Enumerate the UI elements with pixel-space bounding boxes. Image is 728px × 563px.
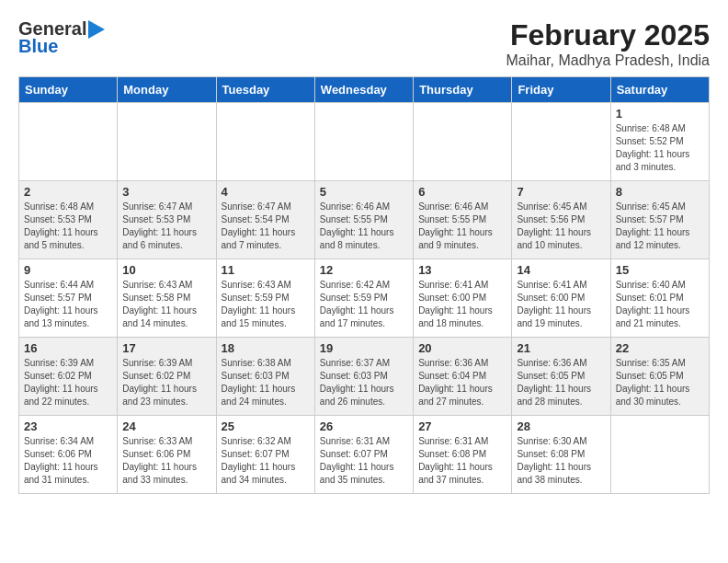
- day-number: 9: [24, 263, 112, 277]
- day-number: 8: [616, 185, 704, 199]
- day-number: 27: [418, 419, 506, 433]
- logo: General Blue: [18, 18, 105, 57]
- day-number: 5: [320, 185, 408, 199]
- weekday-header-sunday: Sunday: [19, 77, 118, 103]
- day-number: 15: [616, 263, 704, 277]
- calendar-cell: 18Sunrise: 6:38 AM Sunset: 6:03 PM Dayli…: [216, 338, 314, 416]
- calendar-cell: 22Sunrise: 6:35 AM Sunset: 6:05 PM Dayli…: [610, 338, 709, 416]
- calendar-cell: 26Sunrise: 6:31 AM Sunset: 6:07 PM Dayli…: [314, 416, 413, 494]
- calendar-cell: 25Sunrise: 6:32 AM Sunset: 6:07 PM Dayli…: [216, 416, 314, 494]
- calendar-cell: 5Sunrise: 6:46 AM Sunset: 5:55 PM Daylig…: [314, 181, 413, 259]
- weekday-header-wednesday: Wednesday: [314, 77, 413, 103]
- calendar-cell: 13Sunrise: 6:41 AM Sunset: 6:00 PM Dayli…: [414, 259, 512, 338]
- calendar-cell: 1Sunrise: 6:48 AM Sunset: 5:52 PM Daylig…: [610, 103, 709, 181]
- day-number: 12: [320, 263, 408, 277]
- day-info: Sunrise: 6:32 AM Sunset: 6:07 PM Dayligh…: [222, 435, 310, 487]
- day-info: Sunrise: 6:43 AM Sunset: 5:58 PM Dayligh…: [122, 279, 210, 330]
- day-info: Sunrise: 6:35 AM Sunset: 6:05 PM Dayligh…: [616, 357, 704, 408]
- day-info: Sunrise: 6:31 AM Sunset: 6:07 PM Dayligh…: [320, 435, 408, 487]
- day-number: 3: [122, 185, 210, 199]
- calendar-cell: 16Sunrise: 6:39 AM Sunset: 6:02 PM Dayli…: [19, 338, 118, 416]
- day-info: Sunrise: 6:36 AM Sunset: 6:05 PM Dayligh…: [517, 357, 605, 408]
- calendar-cell: 24Sunrise: 6:33 AM Sunset: 6:06 PM Dayli…: [118, 416, 216, 494]
- calendar-week-row: 9Sunrise: 6:44 AM Sunset: 5:57 PM Daylig…: [19, 259, 710, 338]
- calendar-cell: 23Sunrise: 6:34 AM Sunset: 6:06 PM Dayli…: [19, 416, 118, 494]
- calendar-cell: 6Sunrise: 6:46 AM Sunset: 5:55 PM Daylig…: [414, 181, 512, 259]
- calendar-week-row: 16Sunrise: 6:39 AM Sunset: 6:02 PM Dayli…: [19, 338, 710, 416]
- calendar-cell: 12Sunrise: 6:42 AM Sunset: 5:59 PM Dayli…: [314, 259, 413, 338]
- day-info: Sunrise: 6:37 AM Sunset: 6:03 PM Dayligh…: [320, 357, 408, 408]
- day-info: Sunrise: 6:46 AM Sunset: 5:55 PM Dayligh…: [418, 201, 506, 252]
- calendar-cell: [610, 416, 709, 494]
- calendar-cell: 28Sunrise: 6:30 AM Sunset: 6:08 PM Dayli…: [512, 416, 610, 494]
- calendar-cell: 15Sunrise: 6:40 AM Sunset: 6:01 PM Dayli…: [610, 259, 709, 338]
- calendar-cell: 8Sunrise: 6:45 AM Sunset: 5:57 PM Daylig…: [610, 181, 709, 259]
- day-info: Sunrise: 6:39 AM Sunset: 6:02 PM Dayligh…: [122, 357, 210, 408]
- page-header: General Blue February 2025 Maihar, Madhy…: [18, 18, 710, 69]
- day-info: Sunrise: 6:44 AM Sunset: 5:57 PM Dayligh…: [24, 279, 112, 330]
- day-number: 10: [122, 263, 210, 277]
- day-info: Sunrise: 6:45 AM Sunset: 5:56 PM Dayligh…: [517, 201, 605, 252]
- calendar-cell: 9Sunrise: 6:44 AM Sunset: 5:57 PM Daylig…: [19, 259, 118, 338]
- calendar-header-row: SundayMondayTuesdayWednesdayThursdayFrid…: [19, 77, 710, 103]
- day-info: Sunrise: 6:39 AM Sunset: 6:02 PM Dayligh…: [24, 357, 112, 408]
- calendar-cell: 19Sunrise: 6:37 AM Sunset: 6:03 PM Dayli…: [314, 338, 413, 416]
- calendar-title: February 2025: [506, 18, 710, 52]
- day-info: Sunrise: 6:42 AM Sunset: 5:59 PM Dayligh…: [320, 279, 408, 330]
- calendar-table: SundayMondayTuesdayWednesdayThursdayFrid…: [18, 76, 710, 494]
- day-info: Sunrise: 6:48 AM Sunset: 5:52 PM Dayligh…: [616, 122, 704, 174]
- day-number: 22: [616, 341, 704, 355]
- calendar-cell: 20Sunrise: 6:36 AM Sunset: 6:04 PM Dayli…: [414, 338, 512, 416]
- weekday-header-friday: Friday: [512, 77, 610, 103]
- day-info: Sunrise: 6:48 AM Sunset: 5:53 PM Dayligh…: [24, 201, 112, 252]
- day-number: 25: [222, 419, 310, 433]
- calendar-cell: 3Sunrise: 6:47 AM Sunset: 5:53 PM Daylig…: [118, 181, 216, 259]
- day-number: 13: [418, 263, 506, 277]
- day-number: 26: [320, 419, 408, 433]
- calendar-cell: 14Sunrise: 6:41 AM Sunset: 6:00 PM Dayli…: [512, 259, 610, 338]
- calendar-week-row: 1Sunrise: 6:48 AM Sunset: 5:52 PM Daylig…: [19, 103, 710, 181]
- day-info: Sunrise: 6:41 AM Sunset: 6:00 PM Dayligh…: [418, 279, 506, 330]
- calendar-cell: [19, 103, 118, 181]
- day-number: 11: [222, 263, 310, 277]
- day-number: 20: [418, 341, 506, 355]
- calendar-cell: 17Sunrise: 6:39 AM Sunset: 6:02 PM Dayli…: [118, 338, 216, 416]
- calendar-cell: [216, 103, 314, 181]
- weekday-header-thursday: Thursday: [414, 77, 512, 103]
- calendar-cell: 4Sunrise: 6:47 AM Sunset: 5:54 PM Daylig…: [216, 181, 314, 259]
- weekday-header-saturday: Saturday: [610, 77, 709, 103]
- day-info: Sunrise: 6:46 AM Sunset: 5:55 PM Dayligh…: [320, 201, 408, 252]
- day-number: 18: [222, 341, 310, 355]
- calendar-cell: [512, 103, 610, 181]
- day-number: 2: [24, 185, 112, 199]
- day-number: 7: [517, 185, 605, 199]
- calendar-week-row: 2Sunrise: 6:48 AM Sunset: 5:53 PM Daylig…: [19, 181, 710, 259]
- day-info: Sunrise: 6:31 AM Sunset: 6:08 PM Dayligh…: [418, 435, 506, 487]
- day-number: 6: [418, 185, 506, 199]
- calendar-title-area: February 2025 Maihar, Madhya Pradesh, In…: [506, 18, 710, 69]
- calendar-subtitle: Maihar, Madhya Pradesh, India: [506, 52, 710, 69]
- calendar-cell: [414, 103, 512, 181]
- day-number: 21: [517, 341, 605, 355]
- calendar-cell: 10Sunrise: 6:43 AM Sunset: 5:58 PM Dayli…: [118, 259, 216, 338]
- day-number: 17: [122, 341, 210, 355]
- calendar-cell: [314, 103, 413, 181]
- calendar-cell: 7Sunrise: 6:45 AM Sunset: 5:56 PM Daylig…: [512, 181, 610, 259]
- day-info: Sunrise: 6:43 AM Sunset: 5:59 PM Dayligh…: [222, 279, 310, 330]
- calendar-cell: 11Sunrise: 6:43 AM Sunset: 5:59 PM Dayli…: [216, 259, 314, 338]
- calendar-cell: [118, 103, 216, 181]
- day-number: 24: [122, 419, 210, 433]
- day-info: Sunrise: 6:33 AM Sunset: 6:06 PM Dayligh…: [122, 435, 210, 487]
- day-info: Sunrise: 6:45 AM Sunset: 5:57 PM Dayligh…: [616, 201, 704, 252]
- weekday-header-monday: Monday: [118, 77, 216, 103]
- day-number: 19: [320, 341, 408, 355]
- logo-blue: Blue: [18, 36, 105, 57]
- day-number: 1: [616, 107, 704, 121]
- day-info: Sunrise: 6:30 AM Sunset: 6:08 PM Dayligh…: [517, 435, 605, 487]
- day-info: Sunrise: 6:34 AM Sunset: 6:06 PM Dayligh…: [24, 435, 112, 487]
- calendar-cell: 21Sunrise: 6:36 AM Sunset: 6:05 PM Dayli…: [512, 338, 610, 416]
- day-info: Sunrise: 6:41 AM Sunset: 6:00 PM Dayligh…: [517, 279, 605, 330]
- day-info: Sunrise: 6:47 AM Sunset: 5:53 PM Dayligh…: [122, 201, 210, 252]
- day-number: 14: [517, 263, 605, 277]
- day-number: 16: [24, 341, 112, 355]
